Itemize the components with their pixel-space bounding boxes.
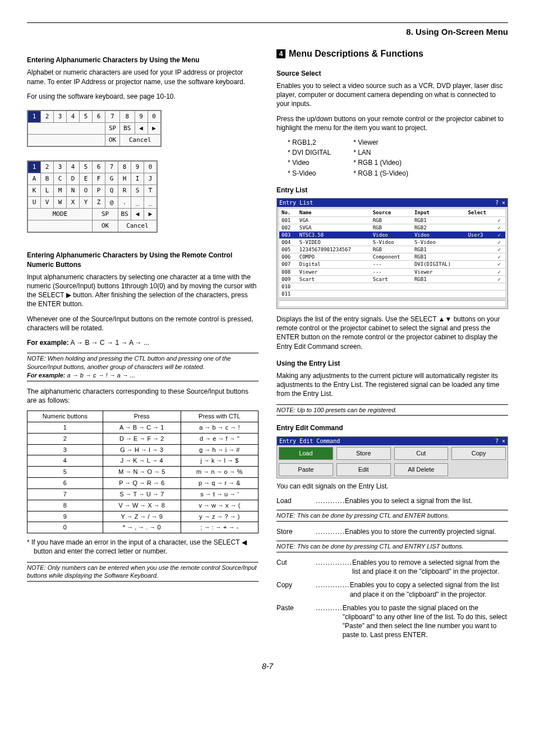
source-list: * RGB1,2* DVI DIGITAL* Video* S-Video * …: [288, 138, 508, 178]
para: You can edit signals on the Entry List.: [276, 482, 508, 491]
table-row[interactable]: 009ScartScartRGB1✓: [279, 275, 505, 283]
key-A[interactable]: A: [28, 173, 41, 185]
key-5[interactable]: 5: [80, 111, 93, 123]
key-P[interactable]: P: [93, 185, 105, 197]
key-ok[interactable]: OK: [105, 135, 120, 146]
key-Y[interactable]: Y: [80, 197, 93, 209]
key-J[interactable]: J: [144, 173, 157, 185]
key-C[interactable]: C: [54, 173, 67, 185]
key-F[interactable]: F: [93, 173, 105, 185]
key-bs[interactable]: BS: [118, 209, 131, 220]
note: NOTE: Only numbers can be entered when y…: [27, 562, 259, 582]
source-item: * RGB 1 (Video): [353, 158, 408, 167]
table-cell: 3: [27, 444, 103, 455]
key-3[interactable]: 3: [54, 162, 67, 173]
footnote: * If you have made an error in the input…: [27, 538, 259, 556]
Edit-button[interactable]: Edit: [336, 463, 391, 476]
key-4[interactable]: 4: [67, 162, 80, 173]
table-row[interactable]: 001VGARGBRGB1✓: [279, 216, 505, 224]
key-R[interactable]: R: [118, 185, 131, 197]
heading-entry-list: Entry List: [276, 186, 508, 195]
key-7[interactable]: 7: [105, 162, 118, 173]
key-0[interactable]: 0: [147, 111, 160, 123]
Store-button[interactable]: Store: [336, 447, 391, 460]
key-H[interactable]: H: [118, 173, 131, 185]
table-row[interactable]: 011: [279, 290, 505, 297]
table-row[interactable]: 002SVGARGBRGB2✓: [279, 224, 505, 231]
key-1[interactable]: 1: [28, 162, 41, 173]
table-row[interactable]: 006COMPOComponentRGB1✓: [279, 253, 505, 261]
key-M[interactable]: M: [54, 185, 67, 197]
key-bs[interactable]: BS: [120, 123, 135, 135]
key-E[interactable]: E: [80, 173, 93, 185]
key-7[interactable]: 7: [105, 111, 120, 123]
arrow-right-icon[interactable]: ▶: [147, 123, 160, 135]
table-cell: m → n → o → %: [181, 467, 258, 478]
All Delete-button[interactable]: All Delete: [394, 463, 449, 476]
key-U[interactable]: U: [28, 197, 41, 209]
key-ok[interactable]: OK: [93, 220, 118, 232]
key-sp[interactable]: SP: [105, 123, 120, 135]
source-item: * DVI DIGITAL: [288, 148, 331, 157]
key-T[interactable]: T: [144, 185, 157, 197]
key-B[interactable]: B: [41, 173, 54, 185]
table-cell: 4: [27, 455, 103, 467]
arrow-right-icon[interactable]: ▶: [144, 209, 157, 220]
window-controls[interactable]: ? ×: [495, 437, 505, 445]
key-9[interactable]: 9: [131, 162, 144, 173]
table-row[interactable]: 00512345678901234567RGBRGB1✓: [279, 246, 505, 253]
para: Whenever one of the Source/Input buttons…: [27, 315, 259, 333]
key-I[interactable]: I: [131, 173, 144, 185]
key-O[interactable]: O: [80, 185, 93, 197]
key-0[interactable]: 0: [144, 162, 157, 173]
key-L[interactable]: L: [41, 185, 54, 197]
key-Q[interactable]: Q: [105, 185, 118, 197]
table-row[interactable]: 003NTSC3.58VideoVideoUser3✓: [279, 231, 505, 238]
key-K[interactable]: K: [28, 185, 41, 197]
key-D[interactable]: D: [67, 173, 80, 185]
table-row[interactable]: 008Viewer---Viewer✓: [279, 268, 505, 275]
def-term: Cut: [276, 558, 316, 576]
key-W[interactable]: W: [54, 197, 67, 209]
key-mode[interactable]: MODE: [28, 209, 93, 220]
key-8[interactable]: 8: [118, 162, 131, 173]
key-2[interactable]: 2: [41, 111, 54, 123]
key-4[interactable]: 4: [67, 111, 80, 123]
key-sp[interactable]: SP: [93, 209, 118, 220]
Copy-button[interactable]: Copy: [451, 447, 506, 460]
window-controls[interactable]: ? ×: [495, 199, 505, 207]
key-1[interactable]: 1: [28, 111, 41, 123]
key-cancel[interactable]: Cancel: [118, 220, 157, 232]
key-.[interactable]: .: [118, 197, 131, 209]
key-X[interactable]: X: [67, 197, 80, 209]
table-cell: p → q → r → &: [181, 478, 258, 489]
key-@[interactable]: @: [105, 197, 118, 209]
key-8[interactable]: 8: [120, 111, 135, 123]
key-V[interactable]: V: [41, 197, 54, 209]
key-5[interactable]: 5: [80, 162, 93, 173]
Load-button[interactable]: Load: [279, 447, 333, 460]
key-6[interactable]: 6: [93, 162, 105, 173]
table-cell: * → , → . → 0: [103, 522, 181, 533]
key-S[interactable]: S: [131, 185, 144, 197]
key-Z[interactable]: Z: [93, 197, 105, 209]
table-row[interactable]: 004S-VIDEOS-VideoS-Video✓: [279, 238, 505, 246]
arrow-left-icon[interactable]: ◀: [135, 123, 147, 135]
key-3[interactable]: 3: [54, 111, 67, 123]
arrow-left-icon[interactable]: ◀: [131, 209, 144, 220]
table-row[interactable]: 010: [279, 283, 505, 290]
key-cancel[interactable]: Cancel: [120, 135, 160, 146]
key-_[interactable]: _: [131, 197, 144, 209]
key-N[interactable]: N: [67, 185, 80, 197]
Cut-button[interactable]: Cut: [394, 447, 449, 460]
source-item: * RGB 1 (S-Video): [353, 169, 408, 178]
def-term: Store: [276, 527, 316, 536]
key-6[interactable]: 6: [93, 111, 105, 123]
key-2[interactable]: 2: [41, 162, 54, 173]
def-term: Copy: [276, 580, 316, 598]
key-G[interactable]: G: [105, 173, 118, 185]
key-_[interactable]: _: [144, 197, 157, 209]
Paste-button[interactable]: Paste: [279, 463, 333, 476]
table-row[interactable]: 007Digital---DVI(DIGITAL)✓: [279, 261, 505, 268]
key-9[interactable]: 9: [135, 111, 147, 123]
